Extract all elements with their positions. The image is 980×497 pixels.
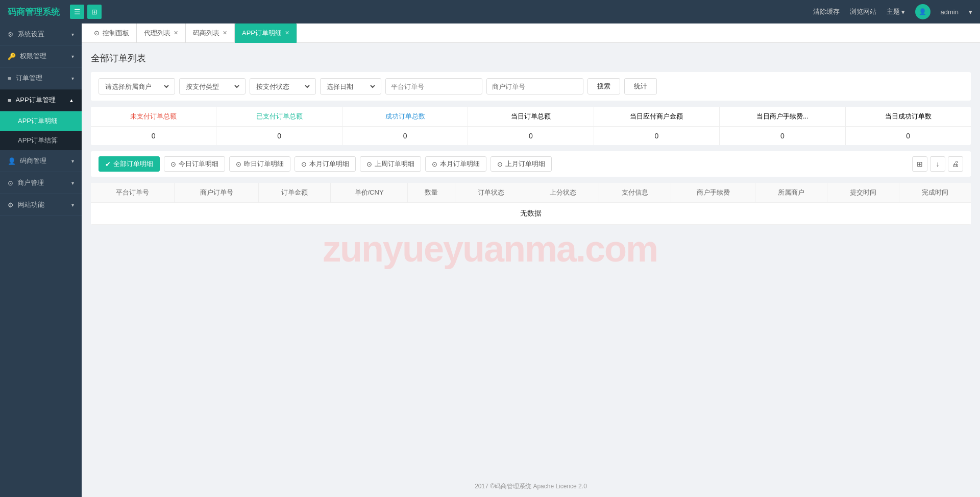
circle-icon: ⊙ (8, 179, 13, 187)
page-title: 全部订单列表 (91, 52, 971, 64)
col-payment-info: 支付信息 (599, 183, 671, 203)
tab-label-control-panel: 控制面板 (103, 29, 129, 38)
merchant-order-input[interactable] (486, 78, 583, 94)
sidebar-item-merchant-management[interactable]: ⊙ 商户管理 ▾ (0, 172, 82, 194)
payment-type-select[interactable]: 按支付类型 (179, 78, 246, 94)
list-icon: ≡ (8, 75, 12, 82)
app-logo: 码商管理系统 (8, 6, 60, 18)
stat-value-daily-total: 0 (468, 127, 594, 145)
tab-label-code-merchant-list: 码商列表 (193, 29, 219, 38)
app-order-submenu: APP订单明细 APP订单结算 (0, 111, 82, 150)
sidebar-label-auth: 权限管理 (20, 52, 46, 61)
tab-bar: ⊙ 控制面板 代理列表 ✕ 码商列表 ✕ APP订单明细 ✕ (82, 23, 980, 43)
qf-this-month2-orders[interactable]: ⊙ 本月订单明细 (425, 156, 486, 172)
date-dropdown[interactable]: 选择日期 (325, 82, 377, 91)
columns-toggle-button[interactable]: ⊞ (912, 156, 927, 172)
table-toolbar-right: ⊞ ↓ 🖨 (912, 156, 963, 172)
chevron-icon: ▾ (71, 202, 74, 208)
payment-status-dropdown[interactable]: 按支付状态 (254, 82, 311, 91)
tab-agent-list[interactable]: 代理列表 ✕ (137, 23, 186, 43)
clock-icon: ⊙ (497, 160, 503, 168)
clock-icon: ⊙ (236, 160, 241, 168)
stat-header-daily-success: 当日成功订单数 (846, 107, 971, 126)
col-belong-merchant: 所属商户 (755, 183, 827, 203)
tab-label-agent-list: 代理列表 (144, 29, 170, 38)
payment-status-select[interactable]: 按支付状态 (250, 78, 316, 94)
sidebar-item-auth-management[interactable]: 🔑 权限管理 ▾ (0, 45, 82, 67)
theme-label: 主题 (887, 7, 900, 16)
merchant-dropdown[interactable]: 请选择所属商户 (103, 82, 170, 91)
footer: 2017 ©码商管理系统 Apache Licence 2.0 (82, 476, 980, 497)
payment-type-dropdown[interactable]: 按支付类型 (184, 82, 241, 91)
top-right-actions: 清除缓存 浏览网站 主题 ▾ 👤 admin ▾ (813, 4, 972, 19)
clock-icon: ⊙ (366, 160, 372, 168)
tab-code-merchant-list[interactable]: 码商列表 ✕ (186, 23, 235, 43)
print-button[interactable]: 🖨 (948, 156, 963, 172)
sidebar-item-website-functions[interactable]: ⚙ 网站功能 ▾ (0, 194, 82, 216)
sidebar-item-code-merchant[interactable]: 👤 码商管理 ▾ (0, 150, 82, 172)
menu-toggle-button[interactable]: ☰ (70, 5, 84, 19)
key-icon: 🔑 (8, 53, 16, 60)
search-button[interactable]: 搜索 (587, 78, 620, 94)
stat-header-daily-merchant: 当日应付商户金额 (594, 107, 720, 126)
tab-app-order-detail[interactable]: APP订单明细 ✕ (235, 23, 297, 43)
qf-yesterday-label: 昨日订单明细 (244, 159, 284, 169)
col-upload-status: 上分状态 (527, 183, 599, 203)
stat-value-unpaid: 0 (91, 127, 216, 145)
sidebar-label-website: 网站功能 (18, 200, 44, 209)
col-submit-time: 提交时间 (827, 183, 899, 203)
admin-chevron-icon: ▾ (969, 8, 972, 16)
col-order-amount: 订单金额 (259, 183, 331, 203)
quick-filters: ✔ 全部订单明细 ⊙ 今日订单明细 ⊙ 昨日订单明细 ⊙ 本月订单明细 ⊙ (91, 151, 971, 177)
col-complete-time: 完成时间 (899, 183, 971, 203)
clear-cache-button[interactable]: 清除缓存 (813, 7, 840, 16)
date-select[interactable]: 选择日期 (320, 78, 381, 94)
qf-last-week-orders[interactable]: ⊙ 上周订单明细 (360, 156, 421, 172)
sidebar-item-order-management[interactable]: ≡ 订单管理 ▾ (0, 67, 82, 89)
sidebar-item-app-order-management[interactable]: ≡ APP订单管理 ▲ (0, 89, 82, 111)
browse-site-button[interactable]: 浏览网站 (850, 7, 876, 16)
col-order-status: 订单状态 (455, 183, 527, 203)
qf-all-orders[interactable]: ✔ 全部订单明细 (99, 156, 160, 172)
sidebar-label-order: 订单管理 (16, 74, 42, 83)
close-icon[interactable]: ✕ (223, 30, 227, 36)
no-data-message: 无数据 (91, 203, 971, 225)
sidebar-item-app-order-detail[interactable]: APP订单明细 (0, 111, 82, 131)
stat-value-daily-fee: 0 (720, 127, 845, 145)
chevron-icon: ▾ (71, 180, 74, 186)
qf-yesterday-orders[interactable]: ⊙ 昨日订单明细 (229, 156, 290, 172)
tab-label-app-order-detail: APP订单明细 (242, 29, 282, 38)
qf-today-orders[interactable]: ⊙ 今日订单明细 (164, 156, 225, 172)
sidebar: ⚙ 系统设置 ▾ 🔑 权限管理 ▾ ≡ 订单管理 ▾ ≡ APP订单管 (0, 23, 82, 497)
sidebar-item-system-settings[interactable]: ⚙ 系统设置 ▾ (0, 23, 82, 45)
merchant-select[interactable]: 请选择所属商户 (99, 78, 175, 94)
col-merchant-order: 商户订单号 (175, 183, 259, 203)
chevron-down-icon: ▾ (901, 8, 905, 16)
close-icon[interactable]: ✕ (174, 30, 178, 36)
stats-headers: 未支付订单总额 已支付订单总额 成功订单总数 当日订单总额 当日应付商户金额 当… (91, 107, 971, 127)
export-button[interactable]: ↓ (930, 156, 945, 172)
sidebar-label-merchant: 商户管理 (17, 178, 44, 187)
qf-last-week-label: 上周订单明细 (375, 159, 414, 169)
qf-this-month-orders[interactable]: ⊙ 本月订单明细 (295, 156, 356, 172)
table-no-data-row: 无数据 (91, 203, 971, 225)
check-circle-icon: ✔ (105, 160, 111, 168)
stat-header-daily-fee: 当日商户手续费... (720, 107, 845, 126)
close-icon[interactable]: ✕ (285, 30, 289, 36)
top-navigation: 码商管理系统 ☰ ⊞ 清除缓存 浏览网站 主题 ▾ 👤 admin ▾ (0, 0, 980, 23)
grid-toggle-button[interactable]: ⊞ (87, 5, 102, 19)
chevron-icon: ▾ (71, 32, 74, 37)
qf-last-month-label: 上月订单明细 (505, 159, 545, 169)
stats-button[interactable]: 统计 (624, 78, 657, 94)
stat-header-unpaid: 未支付订单总额 (91, 107, 216, 126)
platform-order-input[interactable] (385, 78, 482, 94)
nav-icons: ☰ ⊞ (70, 5, 102, 19)
qf-last-month-orders[interactable]: ⊙ 上月订单明细 (491, 156, 552, 172)
main-layout: ⚙ 系统设置 ▾ 🔑 权限管理 ▾ ≡ 订单管理 ▾ ≡ APP订单管 (0, 23, 980, 497)
sidebar-item-app-order-settlement[interactable]: APP订单结算 (0, 131, 82, 150)
chevron-icon: ▾ (71, 54, 74, 59)
stats-bar: 未支付订单总额 已支付订单总额 成功订单总数 当日订单总额 当日应付商户金额 当… (91, 107, 971, 145)
admin-label[interactable]: admin (941, 8, 959, 16)
tab-control-panel[interactable]: ⊙ 控制面板 (87, 23, 137, 43)
theme-dropdown[interactable]: 主题 ▾ (887, 7, 905, 16)
